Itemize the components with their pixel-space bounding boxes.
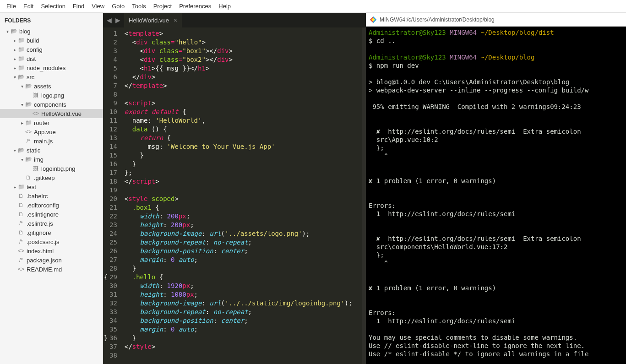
menu-project[interactable]: Project <box>151 2 174 11</box>
tree-item-assets[interactable]: ▾assets <box>0 81 103 91</box>
code-area[interactable]: 1234567891011121314151617181920212223242… <box>103 27 366 364</box>
terminal-line <box>369 45 623 53</box>
code-line[interactable] <box>121 186 362 195</box>
code-line[interactable]: } <box>121 160 362 168</box>
tree-item-index-html[interactable]: <>index.html <box>0 246 103 255</box>
code-line[interactable]: <h1>{{ msg }}</h1> <box>121 64 362 73</box>
menu-view[interactable]: View <box>89 2 107 11</box>
tree-item-static[interactable]: ▾static <box>0 146 103 155</box>
code-line[interactable]: .hello { <box>121 273 362 282</box>
code-line[interactable]: height: 200px; <box>121 221 362 229</box>
tree-item-components[interactable]: ▾components <box>0 100 103 109</box>
tree-item-blog[interactable]: ▾blog <box>0 27 103 36</box>
code-line[interactable]: <div class="hello"> <box>121 38 362 47</box>
line-number: 14 <box>109 142 117 151</box>
code-line[interactable]: msg: 'Welcome to Your Vue.js App' <box>121 142 362 151</box>
line-number: 22 <box>109 212 117 221</box>
tree-item-logoinbg-png[interactable]: 🖼logoinbg.png <box>0 164 103 173</box>
menu-help[interactable]: Help <box>216 2 234 11</box>
code-line[interactable]: width: 200px; <box>121 212 362 221</box>
tree-item-src[interactable]: ▾src <box>0 72 103 81</box>
tree-item--postcssrc-js[interactable]: /*.postcssrc.js <box>0 237 103 246</box>
code-line[interactable] <box>121 90 362 99</box>
tree-item-app-vue[interactable]: <>App.vue <box>0 127 103 136</box>
tree-item-main-js[interactable]: /*main.js <box>0 136 103 146</box>
code-line[interactable]: <div class="box1"></div> <box>121 47 362 55</box>
terminal-line: ✘ 1 problem (1 error, 0 warnings) <box>369 177 623 185</box>
code-line[interactable]: </template> <box>121 81 362 90</box>
sidebar: FOLDERS ▾blog▸build▸config▸dist▸node_mod… <box>0 13 103 364</box>
terminal-line: Administrator@Sky123 MINGW64 ~/Desktop/b… <box>369 28 623 37</box>
tab-helloworld[interactable]: HelloWorld.vue × <box>124 13 182 27</box>
tree-item-helloworld-vue[interactable]: <>HelloWorld.vue <box>0 109 103 118</box>
tree-item-test[interactable]: ▸test <box>0 182 103 191</box>
tree-item--editorconfig[interactable]: 🗋.editorconfig <box>0 201 103 210</box>
code-line[interactable]: <style scoped> <box>121 195 362 203</box>
menu-tools[interactable]: Tools <box>129 2 148 11</box>
folder-icon <box>17 64 25 71</box>
code-line[interactable]: width: 1920px; <box>121 282 362 290</box>
code-line[interactable]: <template> <box>121 29 362 38</box>
close-icon[interactable]: × <box>174 16 177 24</box>
tree-item-logo-png[interactable]: 🖼logo.png <box>0 91 103 100</box>
tree-item-dist[interactable]: ▸dist <box>0 54 103 63</box>
line-number: 35 <box>109 325 117 334</box>
code-line[interactable] <box>121 351 362 360</box>
tree-item-package-json[interactable]: /*package.json <box>0 255 103 265</box>
code-line[interactable]: return { <box>121 134 362 142</box>
menu-edit[interactable]: Edit <box>21 2 36 11</box>
tree-item-readme-md[interactable]: <>README.md <box>0 265 103 274</box>
code-line[interactable]: background-repeat: no-repeat; <box>121 238 362 247</box>
tree-item--babelrc[interactable]: 🗋.babelrc <box>0 191 103 201</box>
terminal-output[interactable]: Administrator@Sky123 MINGW64 ~/Desktop/b… <box>366 27 626 364</box>
code-line[interactable]: name: 'HelloWorld', <box>121 116 362 125</box>
menu-preferences[interactable]: Preferences <box>176 2 214 11</box>
code-line[interactable]: background-repeat: no-repeat; <box>121 308 362 316</box>
code-line[interactable]: background-image: url('../../static/img/… <box>121 299 362 308</box>
terminal-line <box>369 218 623 226</box>
code-line[interactable]: </div> <box>121 73 362 81</box>
code-line[interactable]: </style> <box>121 342 362 351</box>
code-line[interactable]: height: 1080px; <box>121 290 362 299</box>
code-line[interactable]: background-position: center; <box>121 316 362 325</box>
tree-item--gitkeep[interactable]: 🗋.gitkeep <box>0 173 103 182</box>
code-line[interactable]: } <box>121 264 362 273</box>
nav-back-icon[interactable]: ◀ <box>107 16 112 24</box>
tree-item-config[interactable]: ▸config <box>0 45 103 54</box>
code-line[interactable]: <script> <box>121 99 362 108</box>
tree-item-node-modules[interactable]: ▸node_modules <box>0 63 103 72</box>
code-line[interactable]: background-position: center; <box>121 247 362 255</box>
code-line[interactable]: margin: 0 auto; <box>121 325 362 334</box>
code-line[interactable]: margin: 0 auto; <box>121 255 362 264</box>
code-line[interactable]: }; <box>121 168 362 177</box>
menu-find[interactable]: Find <box>70 2 87 11</box>
tree-item--gitignore[interactable]: 🗋.gitignore <box>0 228 103 237</box>
code-line[interactable]: </script> <box>121 177 362 186</box>
code-line[interactable]: } <box>121 334 362 342</box>
terminal-line: > webpack-dev-server --inline --progress… <box>369 86 623 94</box>
line-number: 6 <box>109 73 117 81</box>
file-icon: 🗋 <box>17 229 25 236</box>
tree-item--eslintrc-js[interactable]: /*.eslintrc.js <box>0 219 103 228</box>
code-content[interactable]: <template> <div class="hello"> <div clas… <box>121 27 362 364</box>
code-line[interactable]: } <box>121 151 362 160</box>
code-line[interactable]: export default { <box>121 108 362 116</box>
code-line[interactable]: <div class="box2"></div> <box>121 55 362 64</box>
tree-label: dist <box>27 55 36 62</box>
nav-forward-icon[interactable]: ▶ <box>115 16 120 24</box>
menu-file[interactable]: File <box>4 2 19 11</box>
menu-selection[interactable]: Selection <box>38 2 68 11</box>
folder-icon <box>25 119 32 126</box>
file-icon: <> <box>32 110 39 117</box>
code-line[interactable]: background-image: url('../assets/logo.pn… <box>121 229 362 238</box>
tree-item--eslintignore[interactable]: 🗋.eslintignore <box>0 210 103 219</box>
minimap[interactable] <box>362 27 366 364</box>
tree-item-img[interactable]: ▾img <box>0 155 103 164</box>
tree-item-router[interactable]: ▸router <box>0 118 103 127</box>
menu-goto[interactable]: Goto <box>109 2 127 11</box>
tree-item-build[interactable]: ▸build <box>0 36 103 45</box>
terminal-line: $ npm run dev <box>369 61 623 70</box>
tree-label: src <box>27 74 34 81</box>
code-line[interactable]: .box1 { <box>121 203 362 212</box>
code-line[interactable]: data () { <box>121 125 362 134</box>
